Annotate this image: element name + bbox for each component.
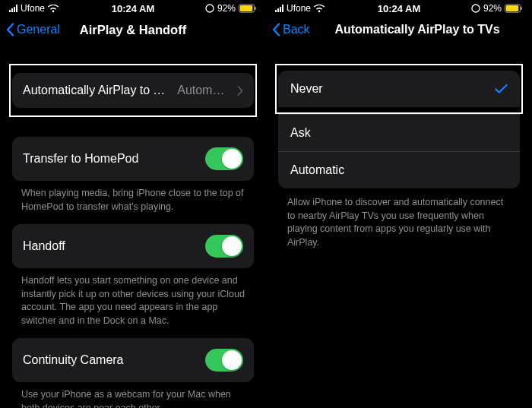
- status-bar: Ufone 10:24 AM 92%: [266, 0, 532, 15]
- cellular-signal-icon: [275, 5, 283, 12]
- row-value: Automa…: [177, 84, 230, 97]
- svg-rect-6: [521, 7, 522, 10]
- row-title: Transfer to HomePod: [23, 152, 138, 166]
- row-footer: When playing media, bring iPhone close t…: [12, 181, 254, 213]
- battery-percent: 92%: [483, 3, 502, 14]
- chevron-right-icon: [237, 86, 243, 96]
- auto-airplay-row[interactable]: Automatically AirPlay to TVs Automa…: [12, 73, 254, 108]
- orientation-lock-icon: [471, 4, 480, 13]
- switch-toggle[interactable]: [205, 235, 243, 258]
- svg-rect-3: [240, 5, 253, 11]
- nav-bar: Back Automatically AirPlay to TVs: [266, 15, 532, 44]
- back-label: General: [17, 23, 60, 36]
- options-footer: Allow iPhone to discover and automatical…: [278, 188, 520, 249]
- settings-pane-auto-airplay: Ufone 10:24 AM 92% Back Automatically Ai…: [266, 0, 532, 408]
- continuity-camera-row[interactable]: Continuity Camera: [12, 338, 254, 382]
- option-automatic[interactable]: Automatic: [278, 151, 520, 188]
- nav-bar: General AirPlay & Handoff: [0, 15, 266, 44]
- row-footer: Handoff lets you start something on one …: [12, 268, 254, 327]
- checkmark-icon: [495, 84, 508, 94]
- switch-toggle[interactable]: [205, 349, 243, 372]
- back-button[interactable]: General: [6, 23, 60, 36]
- switch-toggle[interactable]: [205, 147, 243, 170]
- carrier-label: Ufone: [287, 3, 311, 14]
- option-label: Ask: [290, 126, 311, 140]
- carrier-label: Ufone: [21, 3, 45, 14]
- back-button[interactable]: Back: [272, 23, 310, 36]
- battery-icon: [505, 4, 523, 13]
- cellular-signal-icon: [9, 5, 17, 12]
- option-label: Automatic: [290, 163, 344, 177]
- highlight-annotation: Automatically AirPlay to TVs Automa…: [9, 64, 257, 117]
- battery-percent: 92%: [217, 3, 236, 14]
- chevron-left-icon: [272, 23, 280, 36]
- svg-point-4: [472, 5, 480, 12]
- back-label: Back: [283, 23, 310, 36]
- highlight-annotation: Never: [275, 64, 523, 114]
- row-footer: Use your iPhone as a webcam for your Mac…: [12, 382, 254, 408]
- option-label: Never: [290, 82, 323, 96]
- chevron-left-icon: [6, 23, 14, 36]
- battery-icon: [239, 4, 257, 13]
- row-title: Continuity Camera: [23, 353, 124, 367]
- svg-rect-2: [255, 7, 256, 10]
- row-title: Handoff: [23, 239, 65, 253]
- settings-pane-airplay-handoff: Ufone 10:24 AM 92% General AirPlay & Han…: [0, 0, 266, 408]
- svg-rect-7: [506, 5, 519, 11]
- option-ask[interactable]: Ask: [278, 114, 520, 151]
- status-bar: Ufone 10:24 AM 92%: [0, 0, 266, 15]
- option-never[interactable]: Never: [278, 71, 520, 107]
- transfer-homepod-row[interactable]: Transfer to HomePod: [12, 137, 254, 181]
- wifi-icon: [314, 5, 325, 13]
- orientation-lock-icon: [205, 4, 214, 13]
- handoff-row[interactable]: Handoff: [12, 224, 254, 268]
- row-title: Automatically AirPlay to TVs: [23, 84, 169, 97]
- wifi-icon: [48, 5, 59, 13]
